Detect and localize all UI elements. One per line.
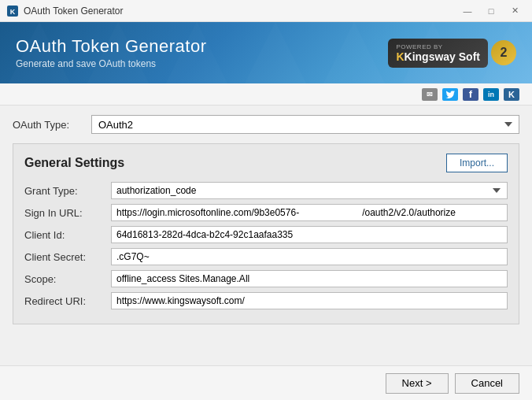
grant-type-row: Grant Type: authorization_code client_cr…	[24, 182, 508, 199]
maximize-button[interactable]: □	[480, 3, 502, 19]
client-secret-row: Client Secret:	[24, 248, 508, 265]
oauth-type-select[interactable]: OAuth2	[91, 115, 519, 134]
client-id-row: Client Id:	[24, 226, 508, 243]
general-settings-box: General Settings Import... Grant Type: a…	[13, 143, 519, 324]
app-icon: K	[6, 5, 19, 17]
email-icon[interactable]: ✉	[422, 88, 438, 101]
linkedin-icon[interactable]: in	[483, 88, 499, 101]
facebook-icon[interactable]: f	[463, 88, 478, 101]
grant-type-select[interactable]: authorization_code client_credentials pa…	[111, 182, 508, 199]
title-bar: K OAuth Token Generator — □ ✕	[0, 0, 532, 22]
header-logo: Powered By KKingsway Soft 2	[388, 39, 516, 68]
oauth-type-label: OAuth Type:	[13, 119, 91, 131]
cancel-button[interactable]: Cancel	[455, 373, 519, 394]
client-secret-label: Client Secret:	[24, 251, 111, 263]
header-title: OAuth Token Generator	[16, 36, 388, 57]
scope-label: Scope:	[24, 273, 111, 285]
client-id-label: Client Id:	[24, 229, 111, 241]
grant-type-label: Grant Type:	[24, 185, 111, 197]
client-secret-input[interactable]	[111, 248, 508, 265]
client-id-input[interactable]	[111, 226, 508, 243]
next-button[interactable]: Next >	[386, 373, 449, 394]
header-banner: OAuth Token Generator Generate and save …	[0, 22, 532, 83]
import-button[interactable]: Import...	[446, 154, 508, 172]
scope-row: Scope:	[24, 270, 508, 287]
sign-in-url-input[interactable]	[111, 204, 508, 221]
header-subtitle: Generate and save OAuth tokens	[16, 58, 388, 69]
sign-in-url-row: Sign In URL:	[24, 204, 508, 221]
main-content: OAuth Type: OAuth2 General Settings Impo…	[0, 106, 532, 365]
powered-by-text: Powered By KKingsway Soft	[396, 43, 480, 63]
redirect-uri-row: Redirect URI:	[24, 292, 508, 309]
svg-text:K: K	[10, 8, 16, 16]
header-text: OAuth Token Generator Generate and save …	[16, 36, 388, 69]
twitter-icon[interactable]	[442, 88, 458, 101]
close-button[interactable]: ✕	[504, 3, 526, 19]
settings-title: General Settings	[24, 156, 124, 170]
redirect-uri-label: Redirect URI:	[24, 295, 111, 307]
brand-name: KKingsway Soft	[396, 50, 480, 63]
social-bar: ✉ f in K	[0, 83, 532, 106]
version-badge: 2	[491, 40, 516, 65]
window-title: OAuth Token Generator	[24, 6, 456, 17]
logo-badge: Powered By KKingsway Soft	[388, 39, 488, 68]
scope-input[interactable]	[111, 270, 508, 287]
redirect-uri-input[interactable]	[111, 292, 508, 309]
sign-in-url-label: Sign In URL:	[24, 207, 111, 219]
kingsway-icon[interactable]: K	[504, 88, 519, 101]
minimize-button[interactable]: —	[456, 3, 478, 19]
oauth-type-row: OAuth Type: OAuth2	[13, 115, 519, 134]
footer: Next > Cancel	[0, 365, 532, 400]
window-controls: — □ ✕	[456, 3, 526, 19]
settings-header: General Settings Import...	[24, 154, 508, 172]
